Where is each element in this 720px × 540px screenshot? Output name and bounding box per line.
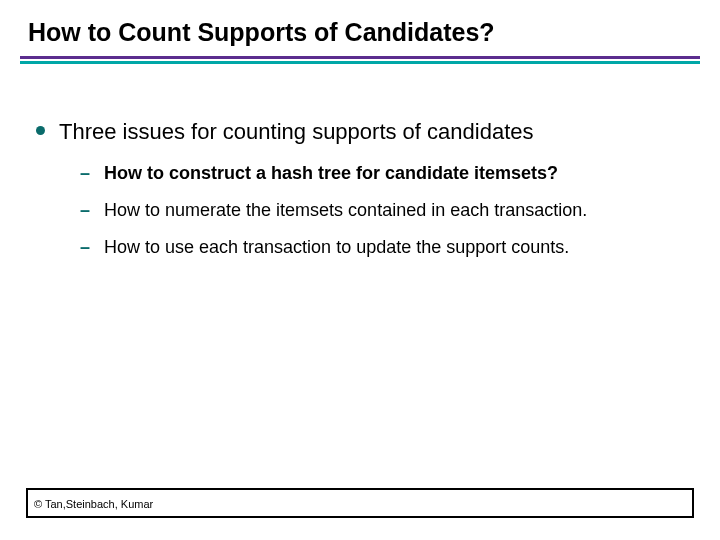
rule-top (20, 56, 700, 59)
bullet-dot-icon (36, 126, 45, 135)
bullet-level2-item: – How to use each transaction to update … (80, 236, 684, 259)
bullet-level2-text: How to construct a hash tree for candida… (104, 162, 558, 185)
bullet-level2-group: – How to construct a hash tree for candi… (80, 162, 684, 260)
bullet-level2-item: – How to numerate the itemsets contained… (80, 199, 684, 222)
rule-bottom (20, 61, 700, 64)
footer-text: © Tan,Steinbach, Kumar (34, 498, 153, 510)
slide-body: Three issues for counting supports of ca… (36, 118, 684, 260)
dash-icon: – (80, 236, 94, 259)
bullet-level2-item: – How to construct a hash tree for candi… (80, 162, 684, 185)
slide-title: How to Count Supports of Candidates? (28, 18, 495, 47)
bullet-level2-text: How to use each transaction to update th… (104, 236, 569, 259)
slide: How to Count Supports of Candidates? Thr… (0, 0, 720, 540)
title-underline (20, 56, 700, 64)
bullet-level2-text: How to numerate the itemsets contained i… (104, 199, 587, 222)
bullet-level1-text: Three issues for counting supports of ca… (59, 118, 534, 146)
dash-icon: – (80, 162, 94, 185)
dash-icon: – (80, 199, 94, 222)
footer-box: © Tan,Steinbach, Kumar (26, 488, 694, 518)
bullet-level1: Three issues for counting supports of ca… (36, 118, 684, 146)
